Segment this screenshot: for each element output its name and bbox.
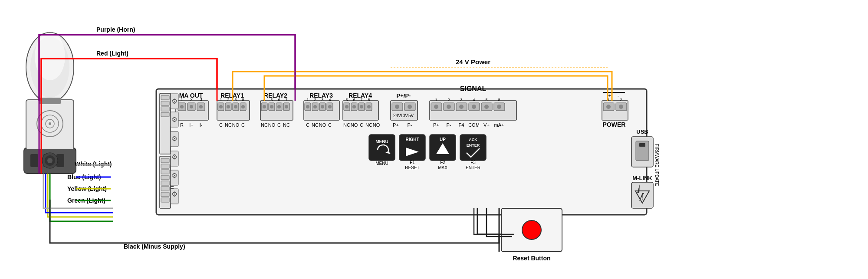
svg-text:NO: NO [319,122,326,128]
svg-text:1: 1 [435,98,437,102]
svg-text:5: 5 [270,98,273,102]
svg-text:V+: V+ [483,122,490,128]
svg-point-213 [522,220,541,240]
svg-point-56 [263,105,266,108]
svg-text:P-: P- [408,122,412,128]
svg-text:3: 3 [321,98,323,102]
svg-point-109 [395,105,399,109]
svg-text:5: 5 [485,98,487,102]
svg-point-74 [306,105,309,108]
svg-text:4: 4 [329,98,331,102]
svg-point-195 [606,105,611,109]
svg-text:2: 2 [190,97,193,102]
svg-text:⚙: ⚙ [171,172,178,179]
svg-rect-144 [161,95,169,100]
svg-text:7: 7 [285,98,287,102]
svg-text:mA+: mA+ [494,122,504,128]
svg-text:8: 8 [498,98,500,102]
svg-text:NO: NO [373,122,380,128]
svg-point-92 [345,105,349,108]
svg-text:3: 3 [234,98,237,102]
svg-rect-157 [161,198,169,202]
svg-text:MENU: MENU [375,139,388,144]
svg-text:UP: UP [440,137,446,142]
svg-text:8: 8 [242,98,244,102]
svg-rect-154 [161,181,169,185]
svg-point-129 [497,105,501,109]
svg-text:4: 4 [473,98,475,102]
svg-text:Black (Minus Supply): Black (Minus Supply) [124,243,185,250]
svg-text:White (Light): White (Light) [75,161,112,167]
svg-text:2: 2 [620,98,622,102]
svg-text:USB: USB [636,128,648,135]
svg-point-25 [199,105,203,108]
svg-text:⚙: ⚙ [171,190,178,198]
svg-text:C: C [306,122,309,128]
svg-text:POWER: POWER [603,121,626,128]
svg-text:ENTER: ENTER [466,165,480,170]
svg-point-77 [328,105,332,108]
svg-text:RELAY2: RELAY2 [264,92,287,99]
svg-text:ACK: ACK [469,138,477,142]
svg-text:Red (Light): Red (Light) [96,50,128,57]
svg-text:P+/P-: P+/P- [397,92,411,99]
svg-point-39 [227,105,230,108]
svg-text:MENU: MENU [375,161,388,166]
svg-text:ENTER: ENTER [467,143,480,148]
svg-point-196 [619,105,623,109]
svg-text:NC: NC [261,122,268,128]
svg-text:1: 1 [306,98,309,102]
svg-text:C: C [277,122,281,128]
svg-text:RIGHT: RIGHT [405,137,419,142]
svg-text:NC: NC [312,122,319,128]
svg-text:NO: NO [232,122,240,128]
svg-text:8: 8 [368,98,370,102]
svg-point-38 [219,105,223,108]
svg-text:⚙: ⚙ [171,98,178,105]
svg-text:NO: NO [351,122,358,128]
svg-rect-147 [161,112,169,117]
svg-text:NC: NC [343,122,350,128]
svg-text:10V: 10V [400,113,408,118]
svg-rect-2 [30,154,38,167]
svg-rect-156 [161,192,169,197]
svg-text:6: 6 [278,98,280,102]
svg-text:NC: NC [365,122,372,128]
svg-text:MAX: MAX [438,165,447,170]
svg-point-128 [484,105,489,109]
svg-rect-153 [161,175,169,180]
svg-text:⚙: ⚙ [171,135,178,142]
svg-point-40 [234,105,237,108]
svg-point-127 [472,105,476,109]
svg-text:5: 5 [345,98,348,102]
svg-point-59 [285,105,288,108]
svg-rect-203 [639,143,645,147]
svg-text:F4: F4 [459,122,464,128]
svg-text:1: 1 [220,98,222,102]
svg-point-125 [447,105,451,109]
svg-text:3: 3 [200,97,202,102]
svg-text:!: ! [641,195,643,200]
svg-rect-146 [161,107,169,111]
svg-text:COM: COM [468,122,480,128]
svg-text:F2: F2 [440,160,445,165]
svg-text:I+: I+ [189,122,193,128]
svg-text:F1: F1 [410,160,415,165]
svg-text:P+: P+ [393,122,399,128]
svg-text:P+: P+ [433,122,439,128]
svg-text:⚙: ⚙ [171,116,178,123]
svg-text:-: - [618,92,619,99]
svg-text:5V: 5V [408,113,414,118]
svg-point-93 [352,105,356,108]
svg-text:M-LINK: M-LINK [632,175,652,181]
svg-point-110 [408,105,412,109]
svg-rect-155 [161,187,169,191]
svg-point-12 [49,122,51,125]
svg-text:P-: P- [447,122,451,128]
svg-text:C: C [360,122,363,128]
svg-rect-145 [161,101,169,105]
svg-point-94 [360,105,363,108]
svg-point-41 [241,105,245,108]
svg-rect-151 [161,164,169,168]
svg-point-124 [434,105,438,109]
